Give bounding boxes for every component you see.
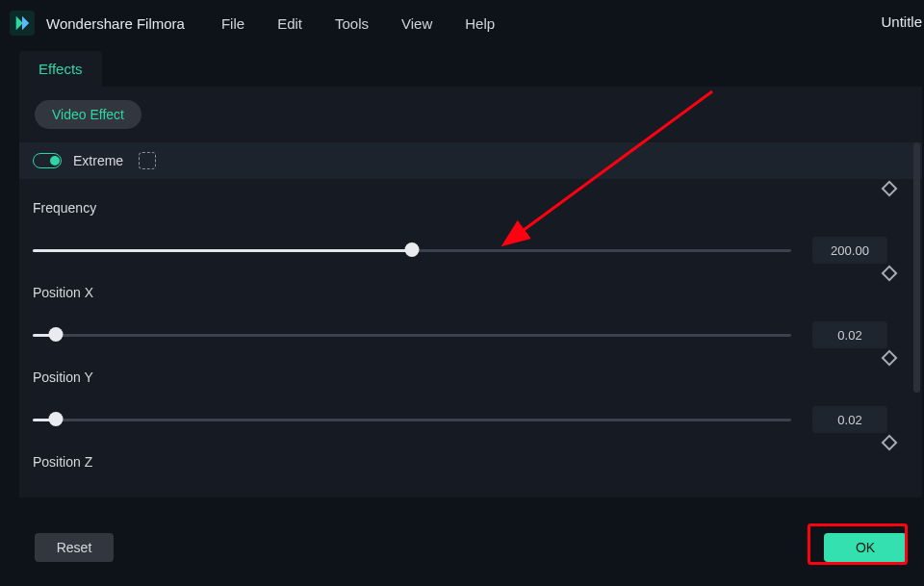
position-x-value[interactable]: 0.02 [812, 321, 887, 348]
param-frequency: Frequency 200.00 [19, 179, 922, 264]
toggle-knob [50, 156, 60, 166]
slider-thumb[interactable] [48, 412, 63, 426]
chip-row: Video Effect [19, 87, 922, 142]
effects-panel: Video Effect Extreme Frequency 200.00 Po… [19, 87, 922, 498]
app-logo [10, 11, 35, 36]
param-frequency-row: 200.00 [33, 237, 922, 264]
frequency-slider[interactable] [33, 243, 791, 257]
param-position-x: Position X 0.02 [19, 264, 922, 348]
frequency-value[interactable]: 200.00 [812, 237, 887, 264]
effect-name: Extreme [73, 153, 123, 168]
effect-bounds-icon[interactable] [139, 152, 156, 169]
chip-video-effect[interactable]: Video Effect [35, 100, 141, 129]
ok-button[interactable]: OK [824, 533, 907, 562]
param-position-x-label: Position X [33, 285, 922, 300]
keyframe-icon[interactable] [882, 435, 898, 451]
position-y-slider[interactable] [33, 413, 791, 426]
tab-effects[interactable]: Effects [19, 51, 102, 87]
position-y-value[interactable]: 0.02 [812, 406, 887, 433]
param-position-z: Position Z [19, 433, 922, 475]
slider-thumb[interactable] [48, 327, 63, 342]
effect-enable-toggle[interactable] [33, 153, 62, 168]
main-menu: File Edit Tools View Help [221, 15, 495, 32]
app-name: Wondershare Filmora [46, 15, 185, 32]
slider-fill [33, 249, 412, 252]
titlebar: Wondershare Filmora File Edit Tools View… [0, 0, 924, 46]
slider-track [33, 419, 791, 421]
keyframe-icon[interactable] [882, 181, 898, 197]
param-position-y-label: Position Y [33, 369, 922, 385]
menu-file[interactable]: File [221, 15, 244, 32]
param-position-y: Position Y 0.02 [19, 348, 922, 433]
effect-header: Extreme [19, 142, 922, 179]
slider-thumb[interactable] [405, 242, 420, 257]
action-bar: Reset OK [19, 521, 922, 574]
param-position-z-label: Position Z [33, 454, 922, 470]
menu-help[interactable]: Help [465, 15, 495, 32]
tabstrip: Effects [0, 46, 924, 87]
param-position-y-row: 0.02 [33, 406, 922, 433]
panel-scrollbar[interactable] [913, 142, 920, 431]
document-title: Untitle [881, 13, 924, 30]
param-frequency-label: Frequency [33, 200, 922, 216]
keyframe-icon[interactable] [882, 266, 898, 282]
menu-view[interactable]: View [401, 15, 432, 32]
scroll-thumb[interactable] [913, 142, 920, 393]
slider-track [33, 334, 791, 337]
reset-button[interactable]: Reset [35, 533, 114, 562]
menu-edit[interactable]: Edit [277, 15, 302, 32]
param-position-x-row: 0.02 [33, 321, 922, 348]
menu-tools[interactable]: Tools [335, 15, 369, 32]
position-x-slider[interactable] [33, 328, 791, 342]
keyframe-icon[interactable] [882, 350, 898, 367]
filmora-icon [13, 14, 31, 32]
